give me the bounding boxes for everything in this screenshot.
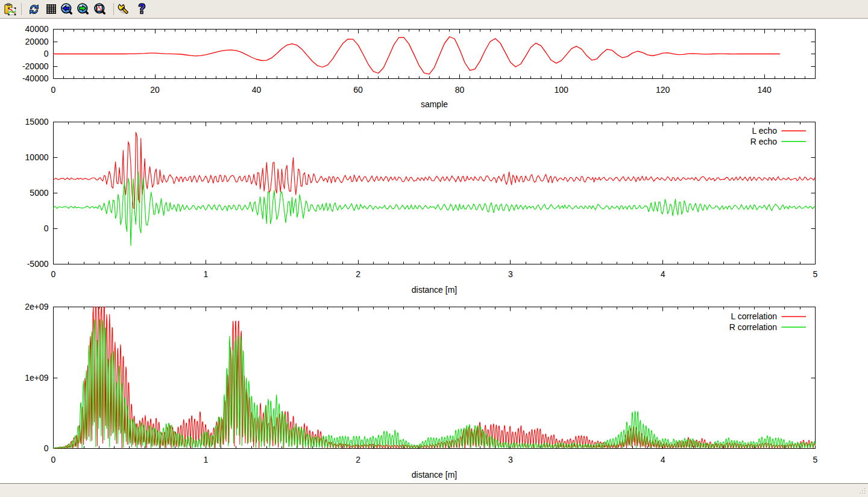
svg-text:0: 0: [44, 443, 49, 453]
svg-text:0: 0: [51, 85, 56, 95]
svg-text:1e+09: 1e+09: [25, 373, 49, 383]
svg-text:80: 80: [455, 85, 465, 95]
svg-text:10000: 10000: [25, 152, 49, 162]
svg-text:0: 0: [44, 49, 49, 58]
svg-text:20000: 20000: [25, 37, 49, 46]
svg-text:-40000: -40000: [22, 73, 49, 83]
svg-text:0: 0: [51, 269, 56, 279]
svg-text:20: 20: [150, 85, 160, 95]
svg-text:-5000: -5000: [27, 259, 49, 269]
svg-text:4: 4: [661, 455, 665, 464]
svg-text:L correlation: L correlation: [731, 311, 777, 321]
svg-text:0: 0: [44, 223, 49, 233]
svg-text:3: 3: [508, 269, 513, 279]
svg-text:0: 0: [51, 455, 56, 464]
svg-text:2e+09: 2e+09: [25, 302, 49, 311]
svg-text:60: 60: [353, 85, 363, 95]
svg-text:5: 5: [813, 455, 818, 464]
svg-text:L echo: L echo: [752, 126, 777, 136]
svg-text:-20000: -20000: [22, 61, 49, 71]
svg-text:1: 1: [203, 269, 208, 279]
svg-text:2: 2: [356, 455, 360, 464]
svg-text:140: 140: [758, 85, 772, 95]
svg-text:120: 120: [656, 85, 670, 95]
svg-text:5000: 5000: [30, 188, 48, 198]
svg-text:4: 4: [661, 269, 665, 279]
svg-text:1: 1: [203, 455, 208, 464]
svg-text:sample: sample: [421, 99, 448, 109]
svg-text:15000: 15000: [25, 117, 49, 127]
svg-text:R echo: R echo: [750, 137, 778, 146]
svg-text:3: 3: [508, 455, 513, 464]
svg-text:2: 2: [356, 269, 360, 279]
svg-text:100: 100: [555, 85, 569, 95]
svg-text:distance [m]: distance [m]: [412, 285, 457, 295]
svg-text:40000: 40000: [25, 24, 49, 34]
svg-text:40: 40: [252, 85, 262, 95]
svg-text:distance [m]: distance [m]: [412, 470, 457, 480]
svg-text:5: 5: [813, 269, 818, 279]
svg-text:R correlation: R correlation: [729, 322, 777, 332]
